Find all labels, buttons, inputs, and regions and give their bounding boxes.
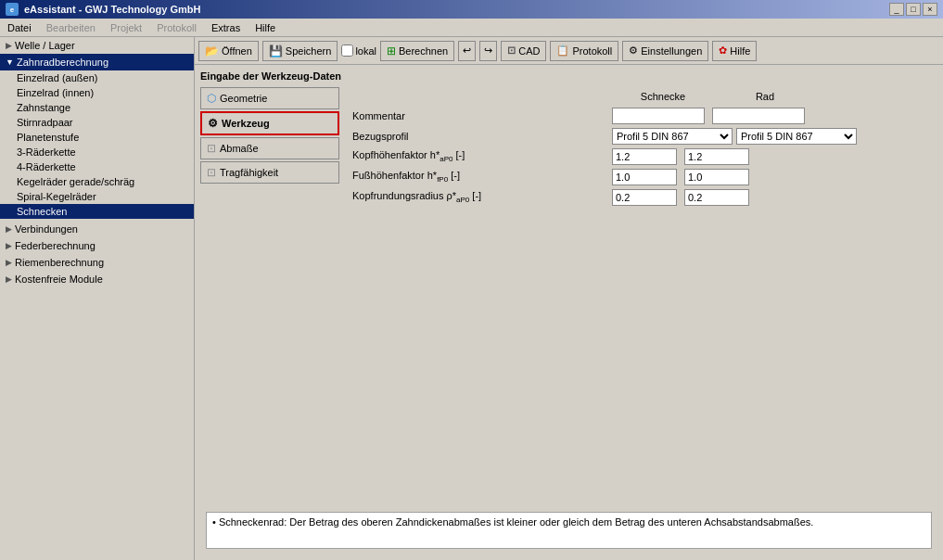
sidebar-item-einzelrad-innen[interactable]: Einzelrad (innen) (0, 85, 194, 100)
cad-button[interactable]: ⊡ CAD (501, 41, 546, 61)
fusshohenfaktor-row: Fußhöhenfaktor h*fP0 [-] (352, 169, 934, 185)
protocol-label: Protokoll (572, 45, 612, 57)
menu-extras[interactable]: Extras (208, 21, 244, 34)
kopfhohenfaktor-label: Kopfhöhenfaktor h*aP0 [-] (352, 149, 612, 163)
sidebar-item-planetenstufe[interactable]: Planetenstufe (0, 130, 194, 145)
tab-werkzeug-label: Werkzeug (222, 118, 270, 129)
verbindungen-collapse-icon: ▶ (6, 224, 12, 234)
local-checkbox[interactable] (341, 45, 353, 57)
redo-icon: ↪ (484, 45, 492, 57)
dimension-icon: ⊡ (207, 142, 216, 155)
window-title: eAssistant - GWJ Technology GmbH (24, 4, 201, 15)
help-button[interactable]: ✿ Hilfe (712, 41, 757, 61)
sidebar-section-feder[interactable]: ▶ Federberechnung (0, 237, 194, 254)
riemen-collapse-icon: ▶ (6, 258, 12, 267)
tool-icon: ⚙ (208, 117, 218, 130)
kopfrundungsradius-rad-input[interactable] (684, 189, 749, 206)
panel-content: Eingabe der Werkzeug-Daten ⬡ Geometrie ⚙… (195, 65, 943, 560)
tab-werkzeug[interactable]: ⚙ Werkzeug (200, 111, 339, 135)
kopfhohenfaktor-row: Kopfhöhenfaktor h*aP0 [-] (352, 148, 934, 165)
minimize-button[interactable]: _ (889, 3, 904, 16)
form-area: Schnecke Rad Kommentar Bezugsprofil (349, 87, 937, 508)
open-button[interactable]: 📂 Öffnen (198, 41, 259, 61)
sidebar-section-zahnrad-label: Zahnradberechnung (17, 57, 108, 68)
kommentar-schnecke-input[interactable] (612, 108, 705, 124)
sidebar-section-verbindungen-label: Verbindungen (15, 223, 78, 235)
status-message: • Schneckenrad: Der Betrag des oberen Za… (212, 516, 813, 528)
content-area: 📂 Öffnen 💾 Speichern lokal ⊞ Berechnen ↩ (195, 37, 943, 560)
local-checkbox-label[interactable]: lokal (341, 45, 376, 57)
tab-abmasse-label: Abmaße (220, 143, 259, 154)
sidebar-item-spiral-kegelraeder[interactable]: Spiral-Kegelräder (0, 189, 194, 204)
panel-title: Eingabe der Werkzeug-Daten (200, 70, 937, 82)
kopfrundungsradius-schnecke-input[interactable] (612, 189, 677, 206)
sidebar-section-verbindungen[interactable]: ▶ Verbindungen (0, 221, 194, 237)
sidebar-item-kegelraeder[interactable]: Kegelräder gerade/schräg (0, 174, 194, 189)
undo-icon: ↩ (463, 45, 471, 57)
feder-collapse-icon: ▶ (6, 241, 12, 250)
form-header: Schnecke Rad (352, 91, 934, 102)
kopfrundungsradius-row: Kopfrundungsradius ρ*aP0 [-] (352, 189, 934, 206)
sidebar-item-einzelrad-aussen[interactable]: Einzelrad (außen) (0, 70, 194, 85)
redo-button[interactable]: ↪ (479, 41, 497, 61)
sidebar-zahnrad-header[interactable]: ▼ Zahnradberechnung (0, 54, 194, 70)
sidebar-item-3raederkette[interactable]: 3-Räderkette (0, 145, 194, 159)
sidebar-section-zahnrad: ▼ Zahnradberechnung (0, 54, 194, 70)
disk-icon: 💾 (269, 45, 283, 57)
maximize-button[interactable]: □ (906, 3, 921, 16)
tab-geometrie[interactable]: ⬡ Geometrie (200, 87, 339, 109)
sidebar-item-4raederkette[interactable]: 4-Räderkette (0, 159, 194, 174)
panel-body: ⬡ Geometrie ⚙ Werkzeug ⊡ Abmaße (200, 87, 937, 508)
sidebar-section-feder-label: Federberechnung (15, 240, 96, 251)
bezugsprofil-rad-select[interactable]: Profil 5 DIN 867 (736, 128, 857, 145)
settings-icon: ⚙ (629, 45, 638, 57)
open-label: Öffnen (222, 45, 252, 57)
calculate-label: Berechnen (399, 45, 448, 57)
tab-tragfahigkeit-label: Tragfähigkeit (220, 167, 278, 178)
protocol-button[interactable]: 📋 Protokoll (550, 41, 618, 61)
undo-button[interactable]: ↩ (458, 41, 476, 61)
fusshohenfaktor-rad-input[interactable] (684, 169, 749, 185)
sidebar: ▶ Welle / Lager ▼ Zahnradberechnung Einz… (0, 37, 195, 560)
sidebar-section-riemen-label: Riemenberechnung (15, 257, 104, 268)
calculate-button[interactable]: ⊞ Berechnen (380, 41, 454, 61)
save-button[interactable]: 💾 Speichern (262, 41, 338, 61)
app-icon: e (6, 3, 19, 16)
help-icon: ✿ (719, 45, 727, 57)
sidebar-item-schnecken[interactable]: Schnecken (0, 204, 194, 219)
tab-geometrie-label: Geometrie (220, 93, 267, 104)
help-label: Hilfe (730, 45, 750, 57)
toolbar: 📂 Öffnen 💾 Speichern lokal ⊞ Berechnen ↩ (195, 37, 943, 65)
menu-bearbeiten[interactable]: Bearbeiten (43, 21, 99, 34)
bezugsprofil-schnecke-select[interactable]: Profil 5 DIN 867 (612, 128, 733, 145)
cad-icon: ⊡ (507, 45, 516, 57)
menu-protokoll[interactable]: Protokoll (153, 21, 200, 34)
schnecke-header: Schnecke (612, 91, 714, 102)
menu-datei[interactable]: Datei (4, 21, 35, 34)
rad-header: Rad (714, 91, 816, 102)
sidebar-item-zahnstange[interactable]: Zahnstange (0, 100, 194, 115)
sidebar-section-kostenfreie[interactable]: ▶ Kostenfreie Module (0, 271, 194, 287)
tab-tragfahigkeit[interactable]: ⊡ Tragfähigkeit (200, 161, 339, 184)
close-button[interactable]: × (923, 3, 937, 16)
fusshohenfaktor-schnecke-input[interactable] (612, 169, 677, 185)
sidebar-item-stirnradpaar[interactable]: Stirnradpaar (0, 115, 194, 130)
cad-label: CAD (518, 45, 540, 57)
kopfrundungsradius-label: Kopfrundungsradius ρ*aP0 [-] (352, 190, 612, 204)
title-bar: e eAssistant - GWJ Technology GmbH _ □ × (0, 0, 943, 19)
sidebar-section-riemen[interactable]: ▶ Riemenberechnung (0, 254, 194, 271)
tab-navigation: ⬡ Geometrie ⚙ Werkzeug ⊡ Abmaße (200, 87, 339, 508)
menu-projekt[interactable]: Projekt (107, 21, 146, 34)
tab-abmasse[interactable]: ⊡ Abmaße (200, 137, 339, 159)
kommentar-rad-input[interactable] (712, 108, 805, 124)
kopfhohenfaktor-rad-input[interactable] (684, 148, 749, 165)
kopfhohenfaktor-schnecke-input[interactable] (612, 148, 677, 165)
folder-icon: 📂 (205, 45, 219, 57)
local-label: lokal (355, 45, 376, 57)
settings-button[interactable]: ⚙ Einstellungen (622, 41, 708, 61)
main-container: ▶ Welle / Lager ▼ Zahnradberechnung Einz… (0, 37, 943, 560)
save-label: Speichern (286, 45, 332, 57)
welle-collapse-icon: ▶ (6, 41, 12, 50)
sidebar-section-welle[interactable]: ▶ Welle / Lager (0, 37, 194, 54)
menu-hilfe[interactable]: Hilfe (251, 21, 279, 34)
